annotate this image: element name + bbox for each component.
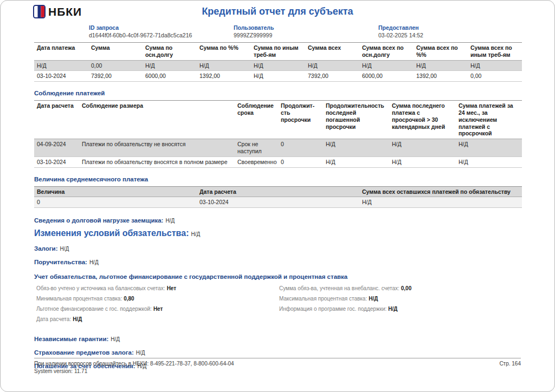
independent-guarantees-section: Независимые гарантии:Н/Д xyxy=(34,336,521,342)
changes-label: Изменения условий обязательства: xyxy=(34,228,189,238)
table-header-cell: Дата расчета xyxy=(197,186,359,197)
page-number: Стр. 164 xyxy=(499,361,521,367)
table-header-cell: Продолжительность последней погашенной п… xyxy=(323,101,389,139)
table-cell: Н/Д xyxy=(34,60,88,71)
table-header-cell: Сумма xyxy=(88,43,143,61)
table-row: 04-09-2024Платежи по обязательству не вн… xyxy=(34,139,522,157)
accounting-item: Информация о программе гос. поддержки:Н/… xyxy=(279,306,521,312)
accounting-item: Обяз-во учтено у источника на балансовых… xyxy=(34,285,279,291)
table-cell: Н/Д xyxy=(305,60,359,71)
table-header-cell: Сумма по %% xyxy=(197,43,251,61)
table-header-row: Дата платежаСуммаСумма по осн.долгуСумма… xyxy=(34,43,522,61)
nbki-logo-text: НБКИ xyxy=(48,5,82,18)
table-cell: 6000,00 xyxy=(143,71,197,82)
accounting-item-label: Обяз-во учтено у источника на балансовых… xyxy=(36,285,165,291)
table-cell: Срок не наступил xyxy=(235,139,278,157)
guarantees-value: Н/Д xyxy=(89,259,99,265)
accounting-item: Сумма обяз-ва, учтенная на внебаланс. сч… xyxy=(279,285,521,291)
nbki-logo: НБКИ xyxy=(33,5,82,18)
collateral-section: Залоги:Н/Д xyxy=(34,245,521,252)
table-cell: Н/Д xyxy=(389,156,456,167)
user-value: 9999ZZ999999 xyxy=(234,32,378,38)
table-header-cell: Величина xyxy=(34,186,197,197)
table-cell: Н/Д xyxy=(468,60,522,71)
table-header-cell: Сумма по иным треб-ям xyxy=(251,43,305,61)
table-header-row: ВеличинаДата расчетаСумма всех оставшихс… xyxy=(34,186,522,197)
table-header-cell: Сумма всех xyxy=(305,43,359,61)
accounting-item-value: Нет xyxy=(153,306,163,312)
credit-report-page: НБКИ Кредитный отчет для субъекта ID зап… xyxy=(0,0,555,392)
table-row: 03-10-2024Платежи по обязательству внося… xyxy=(34,156,522,167)
accounting-item-value: Н/Д xyxy=(73,316,82,322)
table-header-cell: Сумма всех оставшихся платежей по обязат… xyxy=(359,186,522,197)
user-label: Пользователь xyxy=(234,24,378,31)
table-cell: Платежи по обязательству вносятся в полн… xyxy=(79,156,235,167)
table-cell: Н/Д xyxy=(456,139,522,157)
table-cell: Платежи по обязательству не вносятся xyxy=(79,139,235,157)
table-cell: 03-10-2024 xyxy=(34,156,79,167)
table-header-cell: Соблюдение размера xyxy=(79,101,235,139)
accounting-item-label: Информация о программе гос. поддержки: xyxy=(279,306,386,312)
debt-load-value: Н/Д xyxy=(165,218,175,224)
table-cell: Н/Д xyxy=(143,60,197,71)
request-id-block: ID запроса d1644f0f-60b0-4c0f-9672-71da8… xyxy=(89,24,234,38)
table-cell: 1392,00 xyxy=(197,71,251,82)
table-cell: 04-09-2024 xyxy=(34,139,79,157)
nbki-logo-icon xyxy=(33,5,46,18)
compliance-heading: Соблюдение платежей xyxy=(34,90,521,96)
table-header-cell: Дата платежа xyxy=(34,43,88,61)
table-cell: 0 xyxy=(278,156,323,167)
table-header-cell: Дата расчета xyxy=(34,101,79,139)
table-cell: Н/Д xyxy=(197,60,251,71)
table-row: 003-10-2024Н/Д xyxy=(34,197,522,208)
table-cell: Н/Д xyxy=(323,139,389,157)
table-header-row: Дата расчетаСоблюдение размераСоблюдение… xyxy=(34,101,522,139)
table-cell: 0 xyxy=(34,197,197,208)
table-header-cell: Сумма всех по %% xyxy=(414,43,468,61)
user-block: Пользователь 9999ZZ999999 xyxy=(234,24,378,38)
footer: При наличии вопросов обращайтесь в НБКИ:… xyxy=(34,358,521,374)
table-row: 03-10-20247392,006000,001392,00Н/Д7392,0… xyxy=(34,71,522,82)
payment-compliance-table: Дата расчетаСоблюдение размераСоблюдение… xyxy=(34,100,522,167)
debt-load-label: Сведения о долговой нагрузке заемщика: xyxy=(34,217,163,224)
table-cell: Н/Д xyxy=(414,60,468,71)
table-cell: 1392,00 xyxy=(414,71,468,82)
table-cell: 7392,00 xyxy=(305,71,359,82)
guarantees-label: Поручительства: xyxy=(34,259,87,265)
accounting-item: Дата расчета:Н/Д xyxy=(34,316,279,322)
page-title: Кредитный отчет для субъекта xyxy=(1,4,554,17)
system-version: System version: 11.71 xyxy=(34,368,521,374)
table-cell: Н/Д xyxy=(456,156,522,167)
request-id-label: ID запроса xyxy=(89,24,234,31)
table-cell: Своевременно xyxy=(235,156,278,167)
table-cell: 03-10-2024 xyxy=(197,197,359,208)
accounting-item-label: Льготное финансирование с гос. поддержко… xyxy=(36,306,152,312)
table-cell: 0,00 xyxy=(468,71,522,82)
table-header-cell: Сумма последнего платежа с просрочкой > … xyxy=(389,101,456,139)
accounting-item-label: Максимальная процентная ставка: xyxy=(279,296,367,302)
collateral-value: Н/Д xyxy=(60,246,69,252)
accounting-item: Льготное финансирование с гос. поддержко… xyxy=(34,306,279,312)
accounting-item-value: 0,00 xyxy=(401,285,411,291)
table-header-cell: Соблюдение срока xyxy=(235,101,278,139)
accounting-item-value: Нет xyxy=(167,285,177,291)
accounting-heading: Учет обязательства, льготное финансирова… xyxy=(34,273,521,280)
accounting-item-label: Дата расчета: xyxy=(36,316,71,322)
accounting-left-column: Обяз-во учтено у источника на балансовых… xyxy=(34,285,279,326)
table-header-cell: Сумма платежей за 24 мес., за исключение… xyxy=(456,101,522,139)
independent-guarantees-value: Н/Д xyxy=(111,336,120,342)
table-header-cell: Сумма по осн.долгу xyxy=(143,43,197,61)
changes-value: Н/Д xyxy=(191,231,200,237)
report-meta: ID запроса d1644f0f-60b0-4c0f-9672-71da8… xyxy=(89,24,521,38)
accounting-item: Максимальная процентная ставка:Н/Д xyxy=(279,296,521,302)
changes-section: Изменения условий обязательства:Н/Д xyxy=(34,228,521,238)
accounting-item: Минимальная процентная ставка:0,80 xyxy=(34,296,279,302)
table-cell: Н/Д xyxy=(251,71,305,82)
table-cell: 6000,00 xyxy=(359,71,414,82)
provided-block: Предоставлен 03-02-2025 14:52 xyxy=(378,24,423,38)
table-row: Н/Д0,00Н/ДН/ДН/ДН/ДН/ДН/ДН/Д xyxy=(34,60,522,71)
accounting-item-label: Минимальная процентная ставка: xyxy=(36,296,122,302)
provided-label: Предоставлен xyxy=(378,24,423,31)
payments-table: Дата платежаСуммаСумма по осн.долгуСумма… xyxy=(34,42,522,82)
top-bar: НБКИ Кредитный отчет для субъекта xyxy=(1,4,554,21)
